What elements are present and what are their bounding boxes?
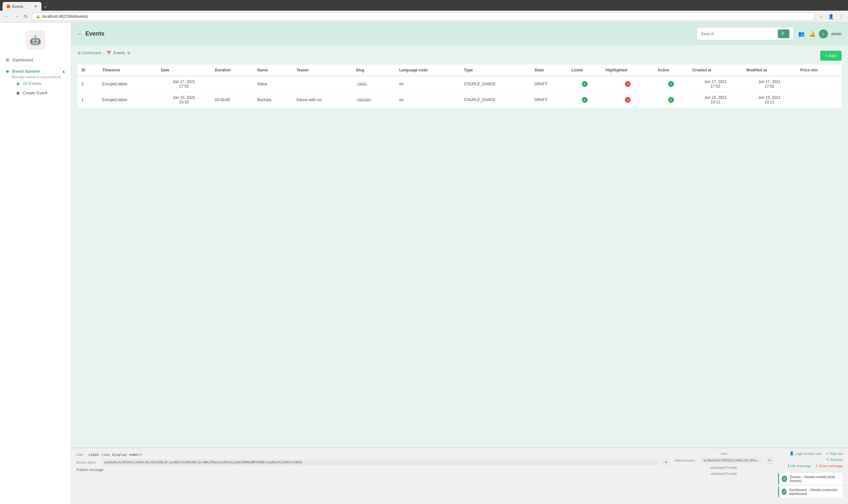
breadcrumb-separator: › xyxy=(103,50,105,56)
view-item-icon-0: ↺ xyxy=(782,475,787,482)
url-display: localhost:46223/list/events xyxy=(42,14,88,19)
sidebar-section-event-system: ◈ Event System ▲ Manage events & subscri… xyxy=(0,65,71,99)
view-stack-item-label-0: Events - ViewId.modelList(id: events) xyxy=(790,475,840,483)
active-status: ✓ xyxy=(668,81,674,87)
messages-provider-label: messagesProvider xyxy=(675,465,773,471)
debug-access-token-label: Access token: xyxy=(76,461,97,464)
copy-access-token-button[interactable]: ⧉ xyxy=(663,460,670,465)
breadcrumb-current-label: Events xyxy=(113,51,125,55)
highlighted-status: — xyxy=(625,81,631,87)
breadcrumb-event-icon: 📅 xyxy=(106,51,111,55)
refresh-icon: ↻ xyxy=(826,457,829,462)
logo-box: 🤖 xyxy=(26,30,45,50)
view-stack-provider-label: viewStackProvider xyxy=(675,471,773,477)
breadcrumb-dashboard-label: Dashboard xyxy=(82,51,101,55)
notification-button[interactable]: 🔔 xyxy=(809,31,816,37)
new-tab-button[interactable]: + xyxy=(41,3,50,11)
debug-refresh-token-value: eyJ0eXAiOiJKVIQiLCJhbGciOiJIUzI1NiJ9.eyJ… xyxy=(701,457,761,463)
bookmark-button[interactable]: ☆ xyxy=(818,13,825,20)
table-row[interactable]: 1Europe/LisbonJun 15, 2021 10:1002:00:00… xyxy=(77,92,842,108)
events-table: ID Timezone Date Duration Name Teaser Sl… xyxy=(77,65,842,108)
highlighted-status: — xyxy=(625,97,631,103)
sidebar-item-all-events[interactable]: ◉ All Events xyxy=(5,79,66,88)
event-system-subtitle: Manage events & subscriptions xyxy=(5,75,66,79)
dashboard-breadcrumb-icon: ⊞ xyxy=(77,51,81,55)
address-bar[interactable]: 🔒 localhost:46223/list/events xyxy=(32,13,815,20)
browser-chrome: Events ✕ + xyxy=(0,0,848,11)
info-message-button[interactable]: ℹ Info message xyxy=(788,464,811,468)
breadcrumb-refresh-icon[interactable]: ↻ xyxy=(127,51,131,56)
table-header: ID Timezone Date Duration Name Teaser Sl… xyxy=(77,65,842,76)
reload-button[interactable]: ↻ xyxy=(23,13,29,20)
search-box: 🔍 xyxy=(697,27,794,40)
breadcrumb-dashboard-link[interactable]: ⊞ Dashboard xyxy=(77,51,101,55)
col-name: Name xyxy=(253,65,293,76)
profile-button[interactable]: 👤 xyxy=(827,13,835,20)
all-events-icon: ◉ xyxy=(16,82,20,86)
slug-badge: bachata xyxy=(356,97,372,103)
sidebar-nav: ⊞ Dashboard ◈ Event System ▲ Manage even… xyxy=(0,55,71,499)
page-title: Events xyxy=(85,30,104,37)
lock-icon: 🔒 xyxy=(36,15,40,19)
user-provider-label: User xyxy=(675,451,773,456)
debug-refresh-token-label: Refresh token: xyxy=(675,459,696,462)
user-initial: s xyxy=(823,32,825,36)
refresh-button[interactable]: ↻ Refresh xyxy=(826,457,843,462)
search-button[interactable]: 🔍 xyxy=(778,30,790,38)
col-listed: Listed xyxy=(568,65,602,76)
user-avatar-button[interactable]: s xyxy=(819,30,828,38)
listed-status: ✓ xyxy=(582,97,588,103)
view-item-icon-1: ↺ xyxy=(782,488,786,495)
listed-status: ✓ xyxy=(582,81,588,87)
event-system-icon: ◈ xyxy=(5,69,10,74)
sidebar-item-create-event[interactable]: ◉ Create Event xyxy=(5,88,66,97)
debug-access-token-row: Access token: eyJ0eXAiOiJKVIQiLCJhbGciOi… xyxy=(76,458,670,467)
username-label: simon xyxy=(831,32,842,36)
people-icon-button[interactable]: 👥 xyxy=(797,30,806,38)
tab-favicon xyxy=(6,4,10,8)
debug-user-label: User xyxy=(76,453,83,456)
dashboard-icon: ⊞ xyxy=(5,58,10,62)
content-area: ⊞ Dashboard › 📅 Events ↻ + Add ID xyxy=(71,45,848,448)
login-test-user-button[interactable]: 👤 Login in test user xyxy=(790,451,822,455)
sidebar-item-dashboard[interactable]: ⊞ Dashboard xyxy=(0,55,71,65)
col-active: Active xyxy=(654,65,689,76)
col-type: Type xyxy=(460,65,531,76)
add-button[interactable]: + Add xyxy=(820,51,842,61)
slug-badge: salsa xyxy=(356,82,368,87)
view-stack-item-0[interactable]: ↺ Events - ViewId.modelList(id: events) xyxy=(778,473,843,485)
page-title-area: ← Events xyxy=(77,30,104,37)
col-slug: Slug xyxy=(352,65,395,76)
col-teaser: Teaser xyxy=(293,65,352,76)
active-status: ✓ xyxy=(668,97,674,103)
login-icon: 👤 xyxy=(790,451,794,455)
copy-refresh-token-button[interactable]: ⧉ xyxy=(766,457,773,463)
warning-icon: ⚠ xyxy=(815,464,818,468)
tab-close-button[interactable]: ✕ xyxy=(34,4,37,9)
search-input[interactable] xyxy=(701,31,777,36)
table-row[interactable]: 2Europe/LisbonJun 17, 2021 17:52Salsasal… xyxy=(77,76,842,92)
col-language-code: Language code xyxy=(395,65,460,76)
col-highlighted: Highlighted xyxy=(602,65,654,76)
back-arrow-icon[interactable]: ← xyxy=(77,31,83,37)
sidebar-all-events-label: All Events xyxy=(23,81,41,86)
forward-button[interactable]: → xyxy=(13,13,20,20)
col-date: Date xyxy=(157,65,211,76)
debug-user-value: simon (<no display name>) xyxy=(88,453,142,457)
col-created-at: Created at xyxy=(689,65,743,76)
view-stack-item-1[interactable]: ↺ Dashboard - ViewId.custom(id: dashboar… xyxy=(778,486,843,498)
back-button[interactable]: ← xyxy=(3,13,10,20)
menu-button[interactable]: ⋮ xyxy=(838,13,845,20)
breadcrumb-current: 📅 Events ↻ xyxy=(106,51,131,56)
col-modified-at: Modified at xyxy=(743,65,797,76)
logo-icon: 🤖 xyxy=(30,35,41,46)
breadcrumb: ⊞ Dashboard › 📅 Events ↻ xyxy=(77,50,131,56)
sign-out-icon: ↩ xyxy=(826,451,829,455)
browser-tab[interactable]: Events ✕ xyxy=(3,2,41,11)
table-body: 2Europe/LisbonJun 17, 2021 17:52Salsasal… xyxy=(77,76,842,108)
sidebar-logo: 🤖 xyxy=(0,28,71,55)
error-message-button[interactable]: ⚠ Error message xyxy=(815,464,843,468)
sign-out-button[interactable]: ↩ Sign out xyxy=(826,451,843,455)
debug-publish-row: Publish message: xyxy=(76,467,670,473)
top-bar-actions: 🔍 👥 🔔 s simon xyxy=(697,27,842,40)
